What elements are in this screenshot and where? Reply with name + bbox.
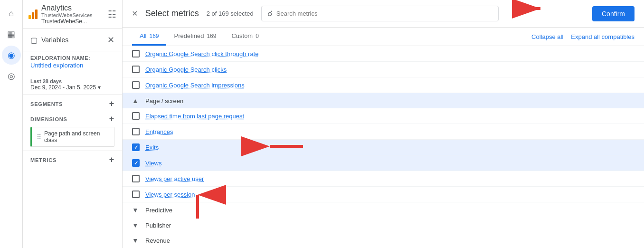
variables-label: Variables [41,36,68,44]
metric-item-exits: Exits [123,140,644,155]
left-nav: ⌂ ▦ ◉ ◎ [0,0,23,248]
logo-bar-3 [35,10,38,19]
chevron-down-revenue-icon: ▼ [132,237,140,244]
metric-name-views-per-active-user[interactable]: Views per active user [145,175,204,182]
checkbox-entrances[interactable] [132,128,140,135]
tab-predefined-label: Predefined [174,32,204,39]
metric-name-views-per-session[interactable]: Views per session [145,191,195,198]
metrics-label: METRICS [30,157,57,163]
metrics-section-label: METRICS + [23,151,122,166]
section-header-revenue[interactable]: ▼ Revenue [123,233,644,248]
tab-predefined-count: 169 [207,33,216,39]
date-label: Last 28 days [30,78,114,84]
section-name-publisher: Publisher [145,222,171,229]
search-input[interactable] [276,10,492,17]
analytics-logo: Analytics TrustedWebeServices TrustedWeb… [28,4,93,25]
checkbox-organic-impressions[interactable] [132,81,140,89]
tabs-right: Collapse all Expand all compatibles [531,33,635,40]
tab-custom[interactable]: Custom 0 [224,28,266,46]
date-chevron-icon[interactable]: ▾ [98,84,101,91]
metric-item-views: Views [123,155,644,171]
logo-bar-2 [32,12,34,19]
metric-name-organic-ctr[interactable]: Organic Google Search click through rate [145,50,258,57]
logo-bar-1 [28,15,31,19]
metric-name-organic-clicks[interactable]: Organic Google Search clicks [145,66,227,73]
metric-item-views-per-active-user: Views per active user [123,171,644,187]
account-name: TrustedWebeSe... [41,18,93,25]
chevron-down-predictive-icon: ▼ [132,206,140,214]
analytics-title-block: Analytics TrustedWebeServices TrustedWeb… [41,4,93,25]
dimension-item[interactable]: ⠿ Page path and screen class [30,127,114,147]
checkbox-organic-clicks[interactable] [132,66,140,73]
modal-close-icon[interactable]: × [132,8,138,19]
metric-name-exits[interactable]: Exits [145,144,159,151]
checkbox-views-per-session[interactable] [132,191,140,198]
section-header-page-screen[interactable]: ▲ Page / screen [123,93,644,108]
checkbox-views[interactable] [132,159,140,167]
exploration-name-section: EXPLORATION NAME: Untitled exploration [23,51,122,75]
dimensions-section-label: DIMENSIONS + [23,110,122,125]
chevron-down-publisher-icon: ▼ [132,221,140,229]
dimensions-add-icon[interactable]: + [109,114,114,124]
date-range[interactable]: Dec 9, 2024 - Jan 5, 2025 ▾ [30,84,114,91]
nav-home-icon[interactable]: ⌂ [2,4,21,23]
section-name-predictive: Predictive [145,207,172,214]
segments-add-icon[interactable]: + [109,99,114,109]
metrics-add-icon[interactable]: + [109,155,114,165]
tabs-row: All 169 Predefined 169 Custom 0 Collapse… [123,28,644,46]
sidebar-header: Analytics TrustedWebeServices TrustedWeb… [23,0,122,29]
section-header-publisher[interactable]: ▼ Publisher [123,218,644,233]
nav-advertising-icon[interactable]: ◎ [2,67,21,86]
segments-section-label: SEGMENTS + [23,95,122,110]
variables-header: ▢ Variables ✕ [23,29,122,51]
analytics-title: Analytics [41,4,93,12]
date-section: Last 28 days Dec 9, 2024 - Jan 5, 2025 ▾ [23,75,122,95]
tab-all-label: All [140,32,146,39]
metric-item-elapsed-time: Elapsed time from last page request [123,108,644,124]
checkbox-organic-ctr[interactable] [132,50,140,57]
metric-item-organic-impressions: Organic Google Search impressions [123,77,644,93]
variables-icon: ▢ [30,36,38,45]
metric-item-organic-ctr: Organic Google Search click through rate [123,46,644,62]
metric-name-elapsed-time[interactable]: Elapsed time from last page request [145,113,244,120]
tabs-left: All 169 Predefined 169 Custom 0 [132,28,266,46]
chevron-up-icon: ▲ [132,97,140,105]
collapse-all-link[interactable]: Collapse all [531,33,563,40]
expand-all-compatibles-link[interactable]: Expand all compatibles [571,33,635,40]
nav-reports-icon[interactable]: ▦ [2,25,21,44]
nav-explore-icon[interactable]: ◉ [2,46,21,65]
checkbox-exits[interactable] [132,143,140,151]
modal-title: Select metrics [145,9,199,19]
tab-predefined[interactable]: Predefined 169 [166,28,224,46]
section-name-page-screen: Page / screen [145,97,183,105]
segments-label: SEGMENTS [30,101,63,107]
dimensions-label: DIMENSIONS [30,116,67,122]
sidebar-close-icon[interactable]: ✕ [107,35,114,45]
confirm-button[interactable]: Confirm [592,6,635,21]
search-icon: ☌ [267,9,273,18]
search-box[interactable]: ☌ [261,6,499,21]
metrics-list: Organic Google Search click through rate… [123,46,644,248]
exploration-name-value[interactable]: Untitled exploration [30,62,114,69]
tab-all[interactable]: All 169 [132,28,166,46]
metric-item-entrances: Entrances [123,124,644,140]
section-header-predictive[interactable]: ▼ Predictive [123,202,644,218]
tab-custom-count: 0 [256,33,259,39]
metric-name-organic-impressions[interactable]: Organic Google Search impressions [145,82,245,89]
account-block: TrustedWebeServices TrustedWebeSe... [41,12,93,25]
variables-title: ▢ Variables [30,36,68,45]
variables-panel-icon[interactable]: ☷ [108,9,116,20]
dimension-name: Page path and screen class [44,130,109,143]
tab-all-count: 169 [149,33,159,39]
checkbox-elapsed-time[interactable] [132,112,140,120]
section-name-revenue: Revenue [145,237,170,244]
sidebar-panel: Analytics TrustedWebeServices TrustedWeb… [23,0,123,248]
metric-name-entrances[interactable]: Entrances [145,128,173,135]
tab-custom-label: Custom [231,32,253,39]
selected-count: 2 of 169 selected [207,10,254,17]
exploration-name-label: EXPLORATION NAME: [30,55,114,61]
checkbox-views-per-active-user[interactable] [132,175,140,182]
metric-name-views[interactable]: Views [145,160,161,167]
drag-handle-icon: ⠿ [37,133,41,141]
metric-item-organic-clicks: Organic Google Search clicks [123,62,644,77]
